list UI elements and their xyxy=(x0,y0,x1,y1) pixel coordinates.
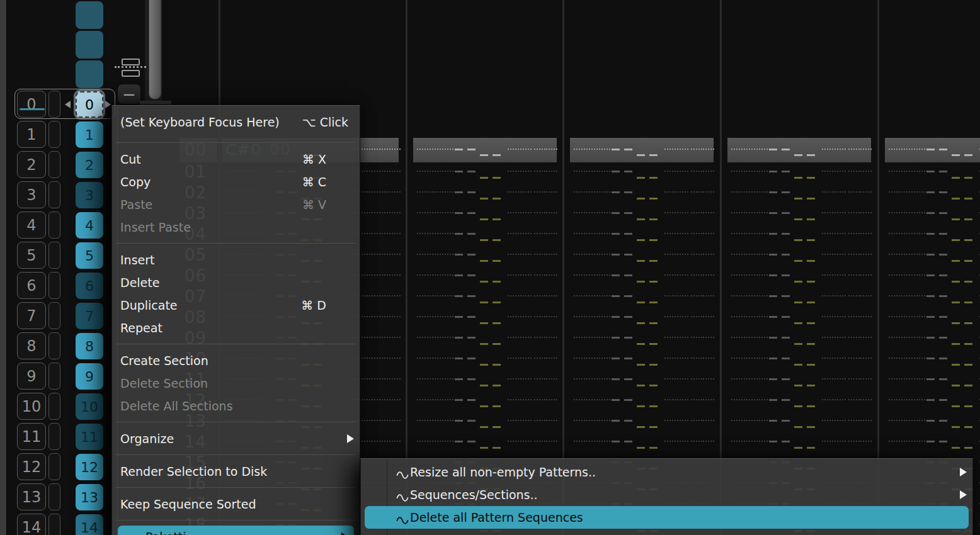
sequence-position-button[interactable]: 8 xyxy=(17,332,46,359)
pattern-cell[interactable]: 4 xyxy=(76,212,103,239)
sequence-flag-button[interactable] xyxy=(48,121,60,148)
scrollbar-thumb[interactable] xyxy=(149,0,161,99)
sequence-position-button[interactable]: 13 xyxy=(17,483,46,510)
menu-item-copy[interactable]: Copy⌘ C xyxy=(112,171,360,193)
split-patterns-icon[interactable] xyxy=(122,59,140,65)
sequence-flag-button[interactable] xyxy=(48,363,60,390)
note-placeholder-dots xyxy=(442,212,453,213)
note-placeholder-dots xyxy=(901,254,913,255)
menu-item-organize[interactable]: Organize xyxy=(112,427,360,450)
menu-item-delete-all-sections[interactable]: Delete All Sections xyxy=(112,395,360,417)
submenu-item-sequences-sections[interactable]: Sequences/Sections.. xyxy=(361,483,972,506)
note-placeholder-dash xyxy=(782,149,790,150)
note-placeholder-dash xyxy=(612,378,620,380)
effect-dash xyxy=(807,218,815,220)
sequence-position-button[interactable]: 3 xyxy=(17,181,46,208)
pattern-cell[interactable]: 8 xyxy=(76,333,103,359)
effect-dash xyxy=(952,301,960,303)
note-placeholder-dots xyxy=(731,441,743,442)
effect-dash xyxy=(807,239,815,241)
pattern-cell[interactable]: 10 xyxy=(76,393,103,420)
note-placeholder-dots xyxy=(546,191,557,193)
note-placeholder-dots xyxy=(520,316,532,317)
menu-item-label: Duplicate xyxy=(120,298,178,312)
pattern-cell[interactable]: 5 xyxy=(76,242,103,269)
menu-item-duplicate[interactable]: Duplicate⌘ D xyxy=(112,294,360,317)
effect-dash xyxy=(952,239,960,241)
note-placeholder-dots xyxy=(574,295,585,296)
sequence-position-button[interactable]: 11 xyxy=(17,423,46,450)
pattern-cell[interactable]: 9 xyxy=(76,363,103,390)
note-placeholder-dots xyxy=(744,233,755,234)
note-placeholder-dash xyxy=(926,358,935,359)
prev-pattern-arrow-icon[interactable] xyxy=(65,101,71,108)
sequence-position-button[interactable]: 1 xyxy=(17,121,46,148)
sequence-position-button[interactable]: 4 xyxy=(17,211,46,239)
effect-dash xyxy=(794,322,802,324)
menu-item-insert-paste[interactable]: Insert Paste xyxy=(112,216,360,239)
sequence-position-button[interactable]: 10 xyxy=(17,393,46,420)
sequence-flag-button[interactable] xyxy=(48,242,60,269)
sequence-flag-button[interactable] xyxy=(48,393,60,420)
menu-item-set-keyboard-focus-here[interactable]: (Set Keyboard Focus Here)⌥ Click xyxy=(112,106,360,138)
menu-item-create-section[interactable]: Create Section xyxy=(112,349,360,372)
menu-item-render-selection-to-disk[interactable]: Render Selection to Disk xyxy=(112,460,360,483)
sequence-position-button[interactable]: 5 xyxy=(17,242,46,269)
note-placeholder-dash xyxy=(769,254,777,256)
pattern-cell[interactable]: 14 xyxy=(76,514,103,535)
menu-item-paketti[interactable]: Paketti xyxy=(118,526,354,535)
sequence-flag-button[interactable] xyxy=(48,423,60,450)
sequence-flag-button[interactable] xyxy=(48,272,60,299)
sequence-flag-button[interactable] xyxy=(48,514,60,535)
split-patterns-icon xyxy=(115,66,146,68)
sequence-position-button[interactable]: 12 xyxy=(17,453,46,480)
pattern-cell[interactable]: 1 xyxy=(76,121,103,148)
submenu-item-delete-all-pattern-sequences[interactable]: Delete all Pattern Sequences xyxy=(365,506,969,529)
pattern-cell[interactable]: 6 xyxy=(76,273,103,299)
menu-item-cut[interactable]: Cut⌘ X xyxy=(112,148,360,171)
pattern-cell[interactable]: 7 xyxy=(76,303,103,329)
menu-item-repeat[interactable]: Repeat xyxy=(112,317,360,339)
menu-item-delete[interactable]: Delete xyxy=(112,271,360,294)
menu-item-insert[interactable]: Insert xyxy=(112,249,360,271)
sequence-position-button[interactable]: 6 xyxy=(17,272,46,299)
menu-item-label: Delete All Sections xyxy=(120,399,233,413)
next-pattern-arrow-icon[interactable] xyxy=(105,101,111,108)
note-placeholder-dots xyxy=(377,441,388,442)
menu-item-paste[interactable]: Paste⌘ V xyxy=(112,193,360,216)
pattern-cell[interactable] xyxy=(76,1,103,29)
note-placeholder-dots xyxy=(442,254,453,255)
sequence-flag-button[interactable] xyxy=(48,332,60,359)
sequence-flag-button[interactable] xyxy=(48,151,60,178)
menu-item-keep-sequence-sorted[interactable]: Keep Sequence Sorted xyxy=(112,493,360,515)
sequence-position-button[interactable]: 14 xyxy=(17,514,46,535)
submenu-item-reload-sequencer-settings-dialog[interactable]: Reload Sequencer Settings Dialog xyxy=(361,530,972,535)
pattern-cell[interactable] xyxy=(76,31,103,59)
note-placeholder-dash xyxy=(939,233,947,235)
effect-dash xyxy=(649,154,658,156)
window-edge xyxy=(0,0,7,535)
sequence-position-button[interactable]: 2 xyxy=(17,151,46,178)
pattern-cell[interactable] xyxy=(76,60,103,88)
sequence-flag-button[interactable] xyxy=(48,483,60,510)
decrease-button[interactable]: − xyxy=(117,84,141,104)
sequence-position-button[interactable]: 7 xyxy=(17,302,46,329)
effect-dash xyxy=(637,301,645,303)
note-placeholder-dots xyxy=(377,212,388,213)
sequence-position-button[interactable]: 9 xyxy=(17,363,46,390)
pattern-cell[interactable]: 2 xyxy=(76,152,103,178)
pattern-cell[interactable]: 3 xyxy=(76,182,103,208)
sequence-flag-button[interactable] xyxy=(48,302,60,329)
sequence-flag-button[interactable] xyxy=(48,453,60,480)
submenu-item-resize-all-non-empty-patterns[interactable]: Resize all non-empty Patterns.. xyxy=(361,461,972,483)
pattern-cell[interactable]: 13 xyxy=(76,484,103,510)
note-placeholder-dots xyxy=(691,233,702,234)
note-placeholder-dots xyxy=(599,378,610,380)
sequence-flag-button[interactable] xyxy=(48,181,60,208)
pattern-cell[interactable]: 11 xyxy=(76,424,103,450)
menu-item-delete-section[interactable]: Delete Section xyxy=(112,372,360,395)
note-placeholder-dash xyxy=(782,171,790,172)
sequence-flag-button[interactable] xyxy=(48,211,60,239)
pattern-cell[interactable]: 12 xyxy=(76,454,103,480)
note-placeholder-dots xyxy=(703,149,714,150)
